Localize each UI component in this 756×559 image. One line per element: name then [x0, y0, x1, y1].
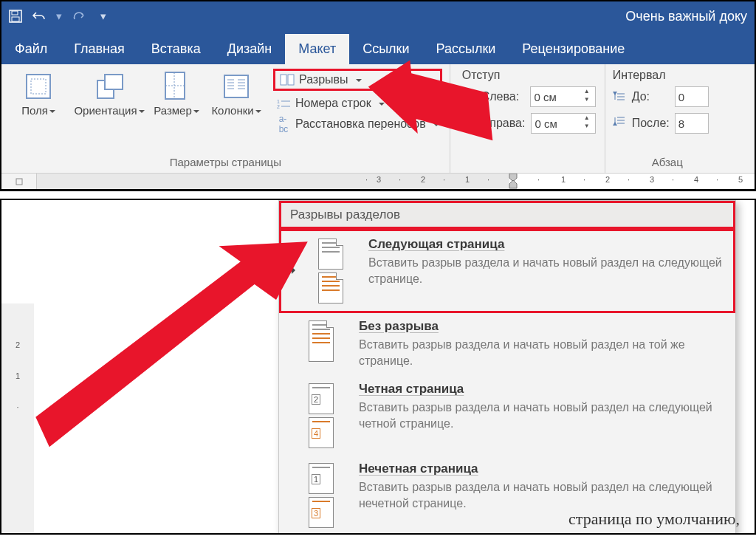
vertical-ruler[interactable]: 2 1 ·: [1, 303, 34, 533]
svg-rect-20: [288, 75, 294, 85]
margins-icon: [24, 72, 53, 101]
svg-rect-19: [281, 75, 286, 85]
indent-left-icon: [462, 90, 475, 103]
redo-icon[interactable]: [72, 10, 86, 23]
svg-rect-1: [12, 11, 18, 15]
breaks-button-highlight: Разрывы: [273, 69, 442, 91]
spacing-heading: Интервал: [613, 69, 722, 82]
svg-rect-6: [105, 75, 123, 89]
indent-right-label: Справа:: [481, 117, 526, 130]
tab-design[interactable]: Дизайн: [214, 34, 286, 64]
page-setup-group-label: Параметры страницы: [9, 153, 442, 173]
spacing-before-input[interactable]: 0: [675, 86, 709, 107]
hyphenation-button[interactable]: a-bc Расстановка переносов: [273, 116, 442, 132]
svg-rect-2: [12, 17, 19, 21]
breaks-dropdown: Разрывы разделов Следующая страница Вста…: [278, 200, 736, 535]
tab-insert[interactable]: Вставка: [138, 34, 214, 64]
svg-rect-3: [27, 75, 50, 98]
line-numbers-icon: 12: [276, 97, 291, 110]
svg-rect-10: [224, 75, 248, 97]
columns-button[interactable]: Колонки: [208, 69, 264, 117]
size-icon: [162, 72, 191, 101]
indent-left-input[interactable]: 0 см▲▼: [530, 86, 595, 107]
svg-text:1: 1: [277, 99, 280, 104]
columns-icon: [221, 72, 251, 101]
next-page-icon: [305, 237, 357, 303]
even-page-icon: 2 4: [295, 382, 347, 448]
orientation-icon: [94, 72, 124, 101]
breaks-button[interactable]: Разрывы: [277, 72, 439, 88]
tab-references[interactable]: Ссылки: [349, 34, 422, 64]
indent-heading: Отступ: [462, 69, 596, 82]
svg-marker-46: [509, 180, 517, 188]
qat-customize-icon[interactable]: ▾: [100, 10, 106, 23]
spacing-after-icon: [613, 116, 626, 131]
margins-button[interactable]: Поля: [9, 69, 68, 117]
svg-text:2: 2: [277, 104, 280, 109]
svg-marker-47: [35, 233, 308, 456]
title-bar: ▾ ▾ Очень важный доку: [1, 1, 755, 31]
paragraph-group-label: Абзац: [613, 153, 722, 173]
orientation-button[interactable]: Ориентация: [74, 69, 145, 117]
section-breaks-header: Разрывы разделов: [279, 201, 735, 229]
indent-right-icon: [462, 117, 475, 130]
section-break-even-page[interactable]: 2 4 Четная страница Вставить разрыв разд…: [279, 376, 735, 456]
indent-left-label: Слева:: [481, 90, 525, 103]
spacing-after-input[interactable]: 8: [675, 113, 709, 134]
horizontal-ruler: · 3 · 2 · 1 · · 1 · 2 · 3 · 4 · 5: [1, 174, 755, 190]
odd-page-icon: 1 3: [295, 462, 347, 528]
tab-review[interactable]: Рецензирование: [509, 34, 638, 64]
save-icon[interactable]: [9, 10, 22, 23]
undo-icon[interactable]: [32, 10, 46, 23]
ruler-corner: [1, 174, 37, 189]
breaks-icon: [280, 73, 295, 86]
tab-home[interactable]: Главная: [61, 34, 138, 64]
ribbon: Поля Ориентация Размер: [1, 64, 755, 174]
spacing-after-label: После:: [632, 117, 669, 130]
size-button[interactable]: Размер: [151, 69, 202, 117]
line-numbers-button[interactable]: 12 Номера строк: [273, 95, 442, 112]
annotation-arrow-2: [38, 230, 319, 466]
selection-marker-icon: [292, 267, 299, 274]
undo-dropdown-icon[interactable]: ▾: [56, 10, 62, 23]
svg-rect-0: [10, 10, 21, 22]
hyphenation-icon: a-bc: [276, 117, 291, 131]
spacing-before-label: До:: [632, 90, 669, 103]
svg-marker-28: [463, 94, 466, 97]
document-title: Очень важный доку: [625, 9, 747, 24]
tab-layout[interactable]: Макет: [285, 34, 349, 64]
svg-marker-32: [472, 120, 475, 123]
spinner-down[interactable]: ▼: [582, 97, 592, 105]
svg-rect-44: [16, 179, 22, 185]
section-break-continuous[interactable]: Без разрыва Вставить разрыв раздела и на…: [279, 313, 735, 376]
ribbon-tabs: Файл Главная Вставка Дизайн Макет Ссылки…: [1, 31, 755, 64]
spacing-before-icon: [613, 89, 626, 104]
spinner-down[interactable]: ▼: [582, 123, 592, 131]
indent-right-input[interactable]: 0 см▲▼: [531, 113, 595, 134]
tab-mailings[interactable]: Рассылки: [423, 34, 509, 64]
section-break-next-page[interactable]: Следующая страница Вставить разрыв разде…: [279, 229, 735, 313]
tab-file[interactable]: Файл: [1, 34, 61, 64]
continuous-icon: [295, 319, 347, 368]
document-body-text: страница по умолчанию,: [568, 510, 740, 529]
